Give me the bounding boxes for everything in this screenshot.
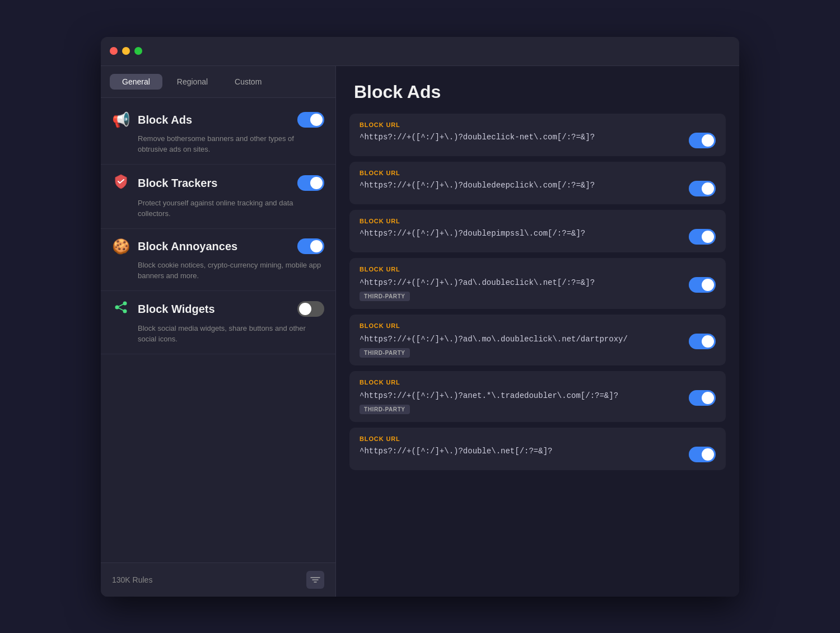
toggle-thumb-block-trackers [310,177,323,189]
item-header-block-widgets: Block Widgets [112,300,324,318]
sidebar-item-block-widgets: Block Widgets Block social media widgets… [101,291,335,354]
svg-point-1 [115,305,119,309]
sidebar-tabs: General Regional Custom [101,66,335,98]
sidebar-items-list: 📢 Block Ads Remove bothersome banners an… [101,98,335,562]
toggle-thumb-r3 [702,231,714,243]
rule-row-2: ^https?://+([^:/]+\.)?doubledeepclick\.c… [360,181,716,196]
rule-badges-5: THIRD-PARTY [360,348,675,358]
rule-label-1: BLOCK URL [360,121,716,128]
rule-url-wrapper-5: ^https?://+([^:/]+\.)?ad\.mo\.doubleclic… [360,334,675,358]
rule-row-4: ^https?://+([^:/]+\.)?ad\.doubleclick\.n… [360,277,716,301]
sidebar-footer: 130K Rules [101,562,335,597]
rule-label-6: BLOCK URL [360,379,716,386]
rule-url-2: ^https?://+([^:/]+\.)?doubledeepclick\.c… [360,181,682,190]
rules-count: 130K Rules [112,575,152,584]
shield-icon [112,174,130,193]
rule-url-6: ^https?://+([^:/]+\.)?anet.*\.tradedoubl… [360,391,618,400]
cookie-icon: 🍪 [112,238,130,255]
block-ads-toggle[interactable] [297,112,324,128]
rule-row-3: ^https?://+([^:/]+\.)?doublepimpssl\.com… [360,229,716,245]
rule-card-4: BLOCK URL ^https?://+([^:/]+\.)?ad\.doub… [349,258,726,309]
rule-toggle-1[interactable] [689,133,716,148]
item-left-block-trackers: Block Trackers [112,174,217,193]
block-annoyances-toggle[interactable] [297,238,324,254]
share-icon [112,300,130,318]
item-left-block-widgets: Block Widgets [112,300,215,318]
block-annoyances-title: Block Annoyances [138,240,237,253]
item-header-block-ads: 📢 Block Ads [112,111,324,129]
main-content: General Regional Custom 📢 Block Ads [101,66,739,597]
filter-button[interactable] [306,571,324,589]
rule-toggle-2[interactable] [689,181,716,196]
tab-regional[interactable]: Regional [165,74,220,90]
toggle-thumb-block-ads [310,114,323,126]
sidebar-item-block-ads: 📢 Block Ads Remove bothersome banners an… [101,102,335,165]
svg-point-0 [123,301,127,305]
item-header-block-annoyances: 🍪 Block Annoyances [112,238,324,255]
third-party-badge-6: THIRD-PARTY [360,405,410,414]
rule-row-6: ^https?://+([^:/]+\.)?anet.*\.tradedoubl… [360,390,716,414]
rule-url-1: ^https?://+([^:/]+\.)?doubleclick-net\.c… [360,133,682,142]
rule-row-7: ^https?://+([^:/]+\.)?double\.net[/:?=&]… [360,447,716,462]
traffic-lights [110,47,142,55]
rule-url-wrapper-6: ^https?://+([^:/]+\.)?anet.*\.tradedoubl… [360,390,675,414]
rules-list: BLOCK URL ^https?://+([^:/]+\.)?doublecl… [336,114,739,597]
block-widgets-description: Block social media widgets, share button… [138,323,324,345]
item-header-block-trackers: Block Trackers [112,174,324,193]
rule-toggle-4[interactable] [689,277,716,293]
rule-toggle-6[interactable] [689,390,716,406]
block-ads-title: Block Ads [138,114,192,126]
rule-url-7: ^https?://+([^:/]+\.)?double\.net[/:?=&]… [360,447,682,456]
block-widgets-title: Block Widgets [138,303,215,316]
megaphone-icon: 📢 [112,111,130,129]
titlebar [101,37,739,66]
rule-card-2: BLOCK URL ^https?://+([^:/]+\.)?doublede… [349,162,726,204]
item-left-block-ads: 📢 Block Ads [112,111,192,129]
toggle-thumb-block-annoyances [310,240,323,252]
minimize-button[interactable] [122,47,130,55]
sidebar: General Regional Custom 📢 Block Ads [101,66,336,597]
rule-label-2: BLOCK URL [360,170,716,176]
rule-label-3: BLOCK URL [360,218,716,224]
rule-toggle-3[interactable] [689,229,716,245]
sidebar-item-block-trackers: Block Trackers Protect yourself against … [101,165,335,229]
rule-badges-6: THIRD-PARTY [360,405,675,414]
rule-row-5: ^https?://+([^:/]+\.)?ad\.mo\.doubleclic… [360,334,716,358]
toggle-thumb-r6 [702,392,714,404]
block-widgets-toggle[interactable] [297,301,324,317]
rule-url-wrapper-4: ^https?://+([^:/]+\.)?ad\.doubleclick\.n… [360,277,675,301]
rule-card-5: BLOCK URL ^https?://+([^:/]+\.)?ad\.mo\.… [349,315,726,365]
block-trackers-description: Protect yourself against online tracking… [138,198,324,219]
block-trackers-title: Block Trackers [138,177,217,190]
maximize-button[interactable] [134,47,142,55]
main-header: Block Ads [336,66,739,114]
rule-url-4: ^https?://+([^:/]+\.)?ad\.doubleclick\.n… [360,278,595,287]
toggle-thumb-r7 [702,448,714,461]
rule-card-6: BLOCK URL ^https?://+([^:/]+\.)?anet.*\.… [349,371,726,422]
svg-line-4 [119,308,123,310]
rule-url-3: ^https?://+([^:/]+\.)?doublepimpssl\.com… [360,229,682,238]
block-ads-description: Remove bothersome banners and other type… [138,133,324,155]
third-party-badge-5: THIRD-PARTY [360,348,410,358]
rule-toggle-7[interactable] [689,447,716,462]
rule-url-5: ^https?://+([^:/]+\.)?ad\.mo\.doubleclic… [360,335,628,344]
page-title: Block Ads [354,82,721,102]
tab-custom[interactable]: Custom [222,74,274,90]
item-left-block-annoyances: 🍪 Block Annoyances [112,238,237,255]
rule-badges-4: THIRD-PARTY [360,292,675,301]
main-panel: Block Ads BLOCK URL ^https?://+([^:/]+\.… [336,66,739,597]
svg-point-2 [123,309,127,313]
rule-card-1: BLOCK URL ^https?://+([^:/]+\.)?doublecl… [349,114,726,156]
tab-general[interactable]: General [110,74,162,90]
rule-label-7: BLOCK URL [360,435,716,442]
app-window: General Regional Custom 📢 Block Ads [101,37,739,597]
block-trackers-toggle[interactable] [297,175,324,191]
rule-toggle-5[interactable] [689,334,716,349]
toggle-thumb-r2 [702,182,714,195]
rule-row-1: ^https?://+([^:/]+\.)?doubleclick-net\.c… [360,133,716,148]
toggle-thumb-r4 [702,279,714,291]
close-button[interactable] [110,47,118,55]
rule-card-7: BLOCK URL ^https?://+([^:/]+\.)?double\.… [349,428,726,470]
toggle-thumb-r5 [702,335,714,348]
svg-line-3 [119,304,123,306]
